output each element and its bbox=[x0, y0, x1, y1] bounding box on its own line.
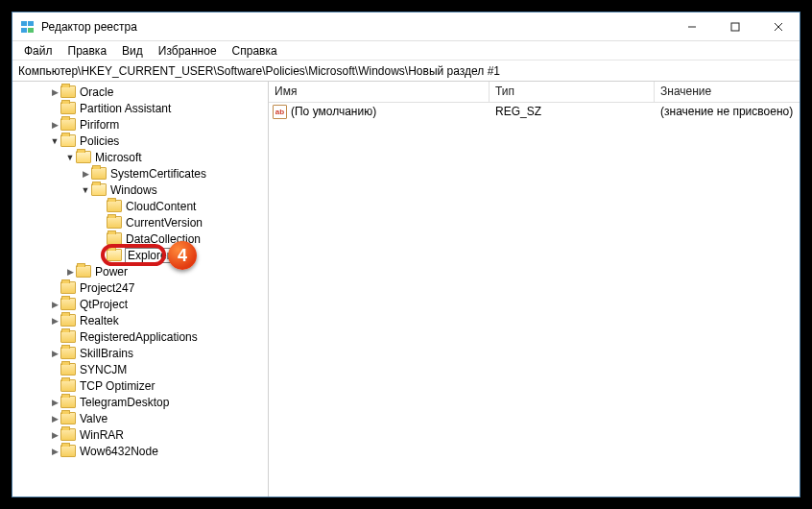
svg-rect-5 bbox=[731, 23, 739, 31]
tree-item-partition[interactable]: Partition Assistant bbox=[12, 100, 268, 116]
tree-item-wow6432node[interactable]: ▶Wow6432Node bbox=[12, 443, 268, 459]
tree-item-oracle[interactable]: ▶Oracle bbox=[12, 84, 268, 100]
values-list[interactable]: ab (По умолчанию) REG_SZ (значение не пр… bbox=[269, 103, 800, 497]
menu-edit[interactable]: Правка bbox=[60, 43, 115, 59]
folder-icon bbox=[60, 347, 76, 359]
folder-icon bbox=[60, 412, 76, 424]
svg-rect-1 bbox=[28, 21, 34, 26]
tree-item-winrar[interactable]: ▶WinRAR bbox=[12, 426, 268, 443]
folder-icon bbox=[60, 281, 76, 294]
titlebar: Редактор реестра bbox=[12, 12, 800, 41]
tree-item-tcpoptimizer[interactable]: TCP Optimizer bbox=[12, 377, 268, 394]
tree-item-skillbrains[interactable]: ▶SkillBrains bbox=[12, 345, 268, 361]
values-pane: Имя Тип Значение ab (По умолчанию) REG_S… bbox=[269, 82, 800, 497]
folder-open-icon bbox=[91, 183, 107, 196]
folder-icon bbox=[60, 363, 76, 376]
window-title: Редактор реестра bbox=[41, 20, 670, 34]
menubar: Файл Правка Вид Избранное Справка bbox=[12, 41, 800, 61]
tree-item-microsoft[interactable]: ▼Microsoft bbox=[12, 149, 268, 165]
tree-pane[interactable]: ▶Oracle Partition Assistant ▶Piriform ▼P… bbox=[12, 82, 269, 497]
folder-icon bbox=[60, 298, 76, 310]
folder-icon bbox=[60, 330, 76, 343]
folder-icon bbox=[60, 428, 76, 441]
folder-icon bbox=[60, 445, 76, 457]
tree-item-qtproject[interactable]: ▶QtProject bbox=[12, 296, 268, 312]
tree-item-realtek[interactable]: ▶Realtek bbox=[12, 312, 268, 328]
tree-item-registeredapplications[interactable]: RegisteredApplications bbox=[12, 328, 268, 345]
folder-open-icon bbox=[107, 249, 122, 261]
value-name: (По умолчанию) bbox=[291, 105, 376, 118]
folder-icon bbox=[60, 314, 76, 327]
tree-item-systemcertificates[interactable]: ▶SystemCertificates bbox=[12, 165, 268, 182]
tree-item-windows[interactable]: ▼Windows bbox=[12, 182, 268, 198]
folder-icon bbox=[60, 102, 76, 114]
value-type: REG_SZ bbox=[490, 105, 655, 118]
registry-editor-window: Редактор реестра Файл Правка Вид Избранн… bbox=[12, 12, 800, 497]
regedit-icon bbox=[20, 19, 36, 35]
close-button[interactable] bbox=[756, 12, 800, 41]
columns-header: Имя Тип Значение bbox=[269, 82, 800, 103]
folder-icon bbox=[76, 265, 91, 278]
svg-rect-3 bbox=[28, 28, 34, 33]
tree-item-syncjm[interactable]: SYNCJM bbox=[12, 361, 268, 377]
tree-item-currentversion[interactable]: CurrentVersion bbox=[12, 214, 268, 230]
menu-favorites[interactable]: Избранное bbox=[151, 43, 225, 59]
tree-item-datacollection[interactable]: DataCollection bbox=[12, 230, 268, 247]
value-row-default[interactable]: ab (По умолчанию) REG_SZ (значение не пр… bbox=[269, 103, 800, 120]
col-header-name[interactable]: Имя bbox=[269, 82, 490, 102]
col-header-type[interactable]: Тип bbox=[490, 82, 655, 102]
content-area: ▶Oracle Partition Assistant ▶Piriform ▼P… bbox=[12, 82, 800, 497]
value-data: (значение не присвоено) bbox=[655, 105, 800, 118]
tree-item-cloudcontent[interactable]: CloudContent bbox=[12, 198, 268, 214]
string-value-icon: ab bbox=[273, 105, 287, 119]
svg-rect-2 bbox=[21, 28, 27, 33]
maximize-button[interactable] bbox=[713, 12, 756, 41]
tree-item-policies[interactable]: ▼Policies bbox=[12, 133, 268, 149]
menu-view[interactable]: Вид bbox=[114, 43, 151, 59]
tree-item-explorer-editing[interactable]: Explorer bbox=[12, 247, 268, 263]
folder-icon bbox=[60, 118, 76, 131]
folder-icon bbox=[60, 379, 76, 392]
folder-icon bbox=[91, 167, 107, 180]
col-header-value[interactable]: Значение bbox=[655, 82, 800, 102]
tree-item-power[interactable]: ▶Power bbox=[12, 263, 268, 279]
folder-icon bbox=[107, 232, 122, 245]
svg-rect-0 bbox=[21, 21, 27, 26]
address-bar[interactable]: Компьютер\HKEY_CURRENT_USER\Software\Pol… bbox=[12, 61, 800, 82]
minimize-button[interactable] bbox=[670, 12, 713, 41]
menu-help[interactable]: Справка bbox=[225, 43, 285, 59]
tree-item-valve[interactable]: ▶Valve bbox=[12, 410, 268, 426]
folder-open-icon bbox=[76, 151, 91, 163]
menu-file[interactable]: Файл bbox=[16, 43, 60, 59]
tree-item-project247[interactable]: Project247 bbox=[12, 279, 268, 296]
address-text: Компьютер\HKEY_CURRENT_USER\Software\Pol… bbox=[18, 64, 500, 78]
tree-item-piriform[interactable]: ▶Piriform bbox=[12, 116, 268, 133]
tree-item-telegramdesktop[interactable]: ▶TelegramDesktop bbox=[12, 394, 268, 410]
rename-input[interactable]: Explorer bbox=[125, 248, 179, 263]
folder-icon bbox=[60, 85, 76, 98]
folder-icon bbox=[107, 216, 122, 229]
folder-icon bbox=[60, 396, 76, 408]
folder-icon bbox=[107, 200, 122, 212]
folder-open-icon bbox=[60, 134, 76, 147]
